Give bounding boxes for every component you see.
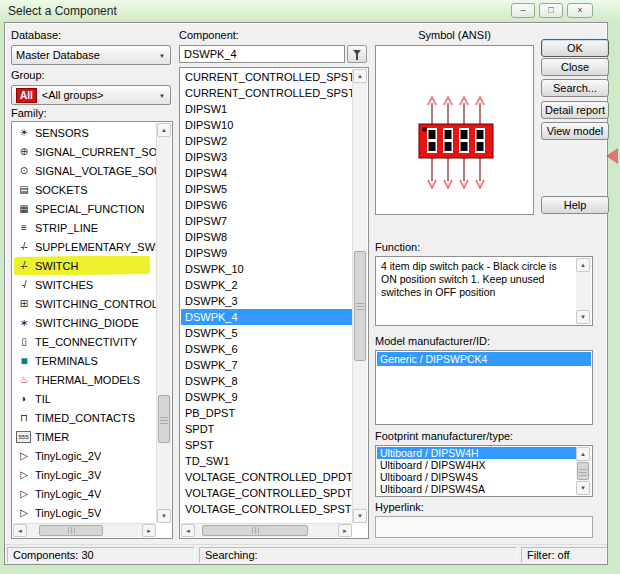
hyperlink-field[interactable] bbox=[375, 516, 593, 538]
close-dialog-button[interactable]: Close bbox=[541, 58, 609, 76]
component-item[interactable]: TD_SW1 bbox=[181, 453, 352, 469]
component-item[interactable]: DSWPK_3 bbox=[181, 293, 352, 309]
component-item[interactable]: DSWPK_5 bbox=[181, 325, 352, 341]
scroll-down-icon[interactable]: ▼ bbox=[576, 310, 590, 324]
component-input[interactable] bbox=[179, 45, 345, 63]
status-filter: Filter: off bbox=[521, 547, 607, 563]
scroll-left-icon[interactable]: ◄ bbox=[13, 524, 27, 537]
scroll-down-icon[interactable]: ▼ bbox=[576, 481, 590, 495]
titlebar[interactable]: Select a Component – □ × bbox=[0, 0, 620, 22]
component-item[interactable]: SPST bbox=[181, 437, 352, 453]
ok-button[interactable]: OK bbox=[541, 39, 609, 57]
family-item-special_function[interactable]: ▦SPECIAL_FUNCTION bbox=[13, 199, 156, 218]
footprint-item[interactable]: Ultiboard / DIPSW4SA bbox=[377, 483, 576, 495]
scroll-right-icon[interactable]: ► bbox=[338, 524, 352, 537]
footprint-scroll-thumb[interactable] bbox=[577, 462, 589, 480]
component-item[interactable]: CURRENT_CONTROLLED_SPST bbox=[181, 69, 352, 85]
switching-controller-icon: ⊞ bbox=[16, 297, 31, 311]
scroll-down-icon[interactable]: ▼ bbox=[353, 509, 367, 523]
scroll-up-icon[interactable]: ▲ bbox=[576, 447, 590, 461]
family-item-tinylogic_5v[interactable]: ▷TinyLogic_5V bbox=[13, 503, 156, 522]
socket-icon: ▤ bbox=[16, 183, 31, 197]
component-scroll-thumb[interactable] bbox=[354, 251, 366, 361]
component-item[interactable]: PB_DPST bbox=[181, 405, 352, 421]
scroll-right-icon[interactable]: ► bbox=[142, 524, 156, 537]
family-item-te_connectivity[interactable]: ▯TE_CONNECTIVITY bbox=[13, 332, 156, 351]
component-vertical-scrollbar[interactable]: ▲ ▼ bbox=[352, 69, 367, 523]
family-item-til[interactable]: ◗TIL bbox=[13, 389, 156, 408]
footprint-item[interactable]: Ultiboard / DIPSW4HX bbox=[377, 459, 576, 471]
group-dropdown[interactable]: All <All groups> ▼ bbox=[11, 85, 171, 105]
search-button[interactable]: Search... bbox=[541, 79, 609, 97]
scroll-up-icon[interactable]: ▲ bbox=[576, 258, 590, 272]
scroll-up-icon[interactable]: ▲ bbox=[353, 69, 367, 83]
family-horizontal-scrollbar[interactable]: ◄ ► bbox=[13, 523, 156, 537]
family-vertical-scrollbar[interactable]: ▲ ▼ bbox=[156, 123, 171, 523]
footprint-item[interactable]: Ultiboard / DIPSW4S bbox=[377, 471, 576, 483]
scroll-down-icon[interactable]: ▼ bbox=[157, 509, 171, 523]
family-item-timer[interactable]: 555TIMER bbox=[13, 427, 156, 446]
special-function-icon: ▦ bbox=[16, 202, 31, 216]
component-item[interactable]: DSWPK_10 bbox=[181, 261, 352, 277]
footprint-item[interactable]: Ultiboard / DIPSW4H bbox=[377, 447, 576, 459]
component-item[interactable]: DIPSW5 bbox=[181, 181, 352, 197]
family-item-strip_line[interactable]: ≡STRIP_LINE bbox=[13, 218, 156, 237]
component-item[interactable]: DSWPK_4 bbox=[181, 309, 352, 325]
database-dropdown[interactable]: Master Database ▼ bbox=[11, 45, 171, 65]
family-item-signal_current_sourc[interactable]: ⊕SIGNAL_CURRENT_SOURC bbox=[13, 142, 156, 161]
scroll-left-icon[interactable]: ◄ bbox=[181, 524, 195, 537]
component-horizontal-scrollbar[interactable]: ◄ ► bbox=[181, 523, 352, 537]
component-item[interactable]: VOLTAGE_CONTROLLED_SPDT bbox=[181, 485, 352, 501]
scroll-up-icon[interactable]: ▲ bbox=[157, 123, 171, 137]
component-item[interactable]: DSWPK_9 bbox=[181, 389, 352, 405]
component-item[interactable]: DSWPK_2 bbox=[181, 277, 352, 293]
family-item-signal_voltage_source[interactable]: ⊙SIGNAL_VOLTAGE_SOURCE bbox=[13, 161, 156, 180]
component-hscroll-thumb[interactable] bbox=[202, 525, 308, 536]
component-item[interactable]: VOLTAGE_CONTROLLED_DPDT bbox=[181, 469, 352, 485]
family-item-terminals[interactable]: ■TERMINALS bbox=[13, 351, 156, 370]
component-item[interactable]: DSWPK_6 bbox=[181, 341, 352, 357]
family-item-switch[interactable]: -/-SWITCH bbox=[13, 256, 156, 275]
family-item-timed_contacts[interactable]: ⊓TIMED_CONTACTS bbox=[13, 408, 156, 427]
help-button[interactable]: Help bbox=[541, 196, 609, 214]
family-item-switches[interactable]: -/SWITCHES bbox=[13, 275, 156, 294]
component-item[interactable]: DIPSW9 bbox=[181, 245, 352, 261]
maximize-button[interactable]: □ bbox=[539, 3, 563, 18]
component-item[interactable]: DSWPK_8 bbox=[181, 373, 352, 389]
component-item[interactable]: CURRENT_CONTROLLED_SPST_ANIMA bbox=[181, 85, 352, 101]
component-item[interactable]: DIPSW8 bbox=[181, 229, 352, 245]
fan-icon: ☀ bbox=[16, 126, 31, 140]
status-bar: Components: 30 Searching: Filter: off bbox=[5, 544, 607, 564]
family-scroll-thumb[interactable] bbox=[158, 395, 170, 443]
family-item-sensors[interactable]: ☀SENSORS bbox=[13, 123, 156, 142]
minimize-button[interactable]: – bbox=[511, 3, 535, 18]
family-item-switching_controller[interactable]: ⊞SWITCHING_CONTROLLER bbox=[13, 294, 156, 313]
footprint-scrollbar[interactable]: ▲ ▼ bbox=[576, 447, 591, 495]
model-item[interactable]: Generic / DIPSWPCK4 bbox=[377, 352, 591, 366]
filter-icon bbox=[353, 50, 361, 55]
component-item[interactable]: DIPSW6 bbox=[181, 197, 352, 213]
component-item[interactable]: DIPSW2 bbox=[181, 133, 352, 149]
family-hscroll-thumb[interactable] bbox=[39, 525, 103, 536]
component-item[interactable]: DIPSW10 bbox=[181, 117, 352, 133]
family-item-label: TIMED_CONTACTS bbox=[35, 412, 135, 424]
family-item-sockets[interactable]: ▤SOCKETS bbox=[13, 180, 156, 199]
component-item[interactable]: DIPSW1 bbox=[181, 101, 352, 117]
family-item-tinylogic_2v[interactable]: ▷TinyLogic_2V bbox=[13, 446, 156, 465]
component-item[interactable]: DIPSW7 bbox=[181, 213, 352, 229]
family-item-tinylogic_3v[interactable]: ▷TinyLogic_3V bbox=[13, 465, 156, 484]
component-item[interactable]: DIPSW4 bbox=[181, 165, 352, 181]
family-item-switching_diode[interactable]: ∗SWITCHING_DIODE bbox=[13, 313, 156, 332]
filter-button[interactable] bbox=[347, 45, 367, 63]
close-button[interactable]: × bbox=[567, 3, 593, 18]
view-model-button[interactable]: View model bbox=[541, 122, 609, 140]
component-item[interactable]: DSWPK_7 bbox=[181, 357, 352, 373]
family-item-supplementary_switchi[interactable]: -/-SUPPLEMENTARY_SWITCHI bbox=[13, 237, 156, 256]
component-item[interactable]: SPDT bbox=[181, 421, 352, 437]
component-item[interactable]: VOLTAGE_CONTROLLED_SPST bbox=[181, 501, 352, 517]
family-item-tinylogic_4v[interactable]: ▷TinyLogic_4V bbox=[13, 484, 156, 503]
family-item-thermal_models[interactable]: ♨THERMAL_MODELS bbox=[13, 370, 156, 389]
detail-report-button[interactable]: Detail report bbox=[541, 101, 609, 119]
component-item[interactable]: DIPSW3 bbox=[181, 149, 352, 165]
function-scrollbar[interactable]: ▲ ▼ bbox=[576, 258, 591, 324]
